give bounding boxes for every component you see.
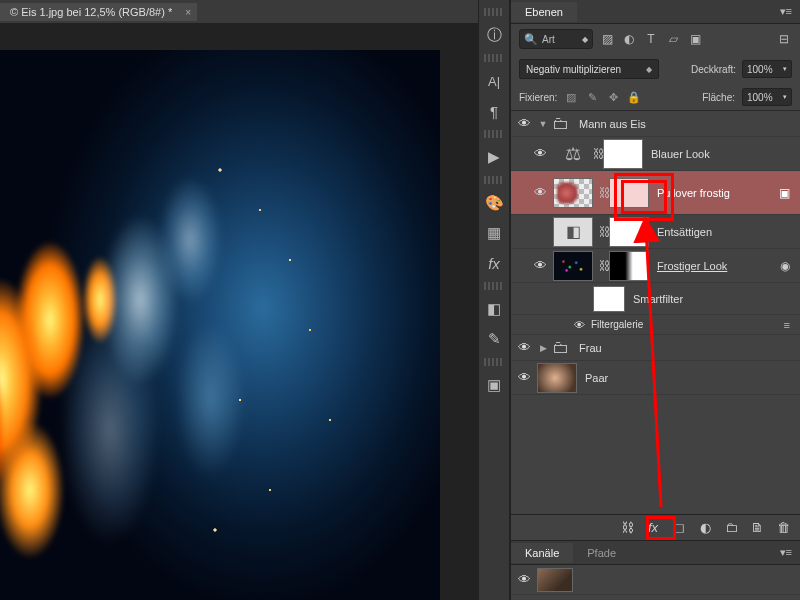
layer-row-selected[interactable]: 👁 ⛓ Pullover frostig ▣ bbox=[511, 171, 800, 215]
layer-row[interactable]: 👁 ⚖ ⛓ Blauer Look bbox=[511, 137, 800, 171]
lock-position-icon[interactable]: ✥ bbox=[606, 90, 620, 104]
panel-menu-icon[interactable]: ▾≡ bbox=[772, 546, 800, 559]
grid-panel-icon[interactable]: ▦ bbox=[483, 222, 505, 244]
blend-mode-dropdown[interactable]: Negativ multiplizieren ◆ bbox=[519, 59, 659, 79]
visibility-icon[interactable]: 👁 bbox=[527, 185, 553, 200]
layer-mask-thumb[interactable] bbox=[609, 178, 649, 208]
smart-object-icon: ◉ bbox=[776, 259, 794, 273]
add-mask-icon[interactable]: ◻ bbox=[666, 518, 692, 538]
fill-input[interactable]: 100%▾ bbox=[742, 88, 792, 106]
layer-filter-label: Art bbox=[542, 34, 555, 45]
layer-thumb[interactable] bbox=[553, 178, 593, 208]
delete-layer-icon[interactable]: 🗑 bbox=[770, 518, 796, 538]
filter-pixel-icon[interactable]: ▨ bbox=[599, 31, 615, 47]
styles-panel-icon[interactable]: fx bbox=[483, 252, 505, 274]
layer-thumb[interactable] bbox=[553, 251, 593, 281]
layer-name[interactable]: Frau bbox=[577, 342, 794, 354]
paragraph-panel-icon[interactable]: ¶ bbox=[483, 100, 505, 122]
layer-name[interactable]: Paar bbox=[583, 372, 794, 384]
layer-row[interactable]: ◧ ⛓ Entsättigen bbox=[511, 215, 800, 249]
panel-grip-icon[interactable] bbox=[484, 282, 504, 290]
opacity-input[interactable]: 100%▾ bbox=[742, 60, 792, 78]
layer-mask-thumb[interactable] bbox=[609, 217, 649, 247]
lock-all-icon[interactable]: 🔒 bbox=[627, 90, 641, 104]
lock-pixels-icon[interactable]: ✎ bbox=[585, 90, 599, 104]
adjustment-layer-icon[interactable]: ◐ bbox=[692, 518, 718, 538]
panel-menu-icon[interactable]: ▾≡ bbox=[772, 5, 800, 18]
adjustment-thumb[interactable]: ◧ bbox=[553, 217, 593, 247]
document-tab[interactable]: © Eis 1.jpg bei 12,5% (RGB/8#) * × bbox=[0, 3, 197, 21]
layer-name[interactable]: Blauer Look bbox=[649, 148, 794, 160]
layer-mask-thumb[interactable] bbox=[603, 139, 643, 169]
document-tab-title: © Eis 1.jpg bei 12,5% (RGB/8#) * bbox=[10, 6, 172, 18]
navigator-panel-icon[interactable]: ▣ bbox=[483, 374, 505, 396]
channels-tab[interactable]: Kanäle bbox=[511, 543, 573, 563]
visibility-icon[interactable]: 👁 bbox=[569, 319, 589, 331]
dropdown-arrow-icon: ◆ bbox=[582, 35, 588, 44]
opacity-value: 100% bbox=[747, 64, 773, 75]
artwork bbox=[0, 50, 440, 600]
new-layer-icon[interactable]: 🗎 bbox=[744, 518, 770, 538]
visibility-icon[interactable]: 👁 bbox=[511, 340, 537, 355]
fill-value: 100% bbox=[747, 92, 773, 103]
layer-row[interactable]: 👁 ⛓ Frostiger Look ◉ bbox=[511, 249, 800, 283]
link-icon[interactable]: ⛓ bbox=[599, 225, 609, 239]
visibility-icon[interactable]: 👁 bbox=[511, 116, 537, 131]
character-panel-icon[interactable]: A| bbox=[483, 70, 505, 92]
lock-transparent-icon[interactable]: ▨ bbox=[564, 90, 578, 104]
search-icon: 🔍 bbox=[524, 33, 538, 46]
twirl-right-icon[interactable]: ▶ bbox=[537, 343, 549, 353]
panel-grip-icon[interactable] bbox=[484, 176, 504, 184]
layer-name[interactable]: Entsättigen bbox=[655, 226, 794, 238]
smart-object-icon: ▣ bbox=[775, 186, 794, 200]
opacity-label: Deckkraft: bbox=[691, 64, 736, 75]
swatches-panel-icon[interactable]: 🎨 bbox=[483, 192, 505, 214]
panel-grip-icon[interactable] bbox=[484, 54, 504, 62]
link-icon[interactable]: ⛓ bbox=[593, 147, 603, 161]
layer-thumb[interactable] bbox=[537, 363, 577, 393]
visibility-icon[interactable]: 👁 bbox=[527, 258, 553, 273]
brush-panel-icon[interactable]: ✎ bbox=[483, 328, 505, 350]
link-icon[interactable]: ⛓ bbox=[599, 259, 609, 273]
layers-tab[interactable]: Ebenen bbox=[511, 2, 577, 22]
filter-mask-thumb[interactable] bbox=[593, 286, 625, 312]
filter-toggle-icon[interactable]: ⊟ bbox=[776, 31, 792, 47]
canvas[interactable] bbox=[0, 24, 478, 600]
paths-tab[interactable]: Pfade bbox=[573, 543, 630, 563]
link-icon[interactable]: ⛓ bbox=[599, 186, 609, 200]
balance-icon: ⚖ bbox=[553, 143, 593, 165]
filter-type-icon[interactable]: T bbox=[643, 31, 659, 47]
visibility-icon[interactable]: 👁 bbox=[511, 370, 537, 385]
layer-name[interactable]: Mann aus Eis bbox=[577, 118, 794, 130]
panel-grip-icon[interactable] bbox=[484, 8, 504, 16]
twirl-down-icon[interactable]: ▼ bbox=[537, 119, 549, 129]
filter-shape-icon[interactable]: ▱ bbox=[665, 31, 681, 47]
link-layers-icon[interactable]: ⛓ bbox=[614, 518, 640, 538]
filter-settings-icon[interactable]: ≡ bbox=[784, 319, 794, 331]
info-panel-icon[interactable]: ⓘ bbox=[483, 24, 505, 46]
layer-group[interactable]: 👁 ▶ 🗀 Frau bbox=[511, 335, 800, 361]
filter-smart-icon[interactable]: ▣ bbox=[687, 31, 703, 47]
close-tab-icon[interactable]: × bbox=[185, 7, 191, 18]
filter-entry[interactable]: 👁 Filtergalerie ≡ bbox=[511, 315, 800, 335]
panel-grip-icon[interactable] bbox=[484, 130, 504, 138]
visibility-icon[interactable]: 👁 bbox=[527, 146, 553, 161]
layer-name[interactable]: Pullover frostig bbox=[655, 187, 775, 199]
play-panel-icon[interactable]: ▶ bbox=[483, 146, 505, 168]
smartfilter-label: Smartfilter bbox=[631, 293, 794, 305]
layer-row[interactable]: 👁 Paar bbox=[511, 361, 800, 395]
dropdown-arrow-icon: ◆ bbox=[646, 65, 652, 74]
visibility-icon[interactable]: 👁 bbox=[511, 572, 537, 587]
layer-effects-icon[interactable]: fx bbox=[640, 518, 666, 538]
filter-adjust-icon[interactable]: ◐ bbox=[621, 31, 637, 47]
layer-group[interactable]: 👁 ▼ 🗀 Mann aus Eis bbox=[511, 111, 800, 137]
layer-mask-thumb[interactable] bbox=[609, 251, 649, 281]
filter-name[interactable]: Filtergalerie bbox=[589, 319, 784, 330]
panel-grip-icon[interactable] bbox=[484, 358, 504, 366]
adjustments-panel-icon[interactable]: ◧ bbox=[483, 298, 505, 320]
new-group-icon[interactable]: 🗀 bbox=[718, 518, 744, 538]
channel-row[interactable]: 👁 bbox=[511, 565, 800, 595]
smart-filter-row[interactable]: Smartfilter bbox=[511, 283, 800, 315]
layer-name[interactable]: Frostiger Look bbox=[655, 260, 776, 272]
layer-filter-dropdown[interactable]: 🔍 Art ◆ bbox=[519, 29, 593, 49]
